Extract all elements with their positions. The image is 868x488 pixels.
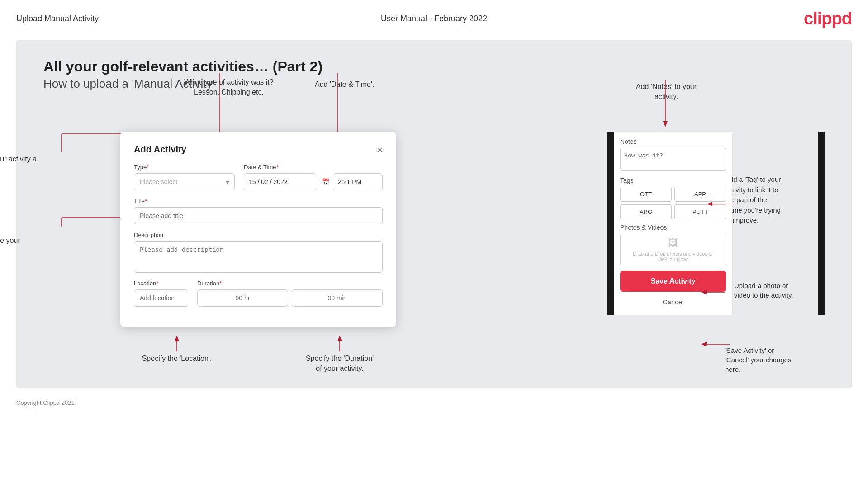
title-row: Title* [134,198,383,224]
cancel-button[interactable]: Cancel [620,295,726,308]
date-input[interactable] [244,173,316,190]
duration-callout: Specify the 'Duration'of your activity. [306,354,374,374]
datetime-callout: Add 'Date & Time'. [315,80,375,90]
copyright: Copyright Clippd 2021 [16,399,75,406]
photos-label: Photos & Videos [620,224,726,231]
duration-field: Duration* [197,280,383,307]
duration-hr-input[interactable] [197,289,288,307]
location-up-arrow [170,336,184,354]
location-field: Location* [134,280,188,307]
duration-min-input[interactable] [292,289,383,307]
save-activity-button[interactable]: Save Activity [620,271,726,292]
manual-title: User Manual - February 2022 [381,14,487,24]
description-label: Description [134,232,383,238]
footer: Copyright Clippd 2021 [0,396,868,410]
type-select-wrapper[interactable]: Please select ▾ [134,173,235,190]
title-label: Title* [134,198,383,204]
tag-arg[interactable]: ARG [620,204,672,219]
datetime-field: Date & Time* 📅 [244,164,383,190]
svg-marker-15 [663,121,668,127]
save-callout: 'Save Activity' or'Cancel' your changesh… [725,346,829,374]
bottom-annotations: Specify the 'Location'. Specify the 'Dur… [123,336,607,374]
phone-right-bar [818,132,825,315]
desc-callout: Describe youractivity. [0,236,52,256]
duration-annotation-group: Specify the 'Duration'of your activity. [281,336,398,374]
location-input[interactable] [134,289,188,307]
svg-marker-11 [175,336,179,341]
description-textarea[interactable] [134,241,383,273]
type-field: Type* Please select ▾ [134,164,235,190]
page-label: Upload Manual Activity [16,14,99,24]
type-label: Type* [134,164,235,171]
modal-close-button[interactable]: × [377,145,383,154]
tags-grid: OTT APP ARG PUTT [620,187,726,219]
date-time-row: 📅 [244,173,383,190]
title-field: Title* [134,198,383,224]
content-layout: What type of activity was it?Lesson, Chi… [43,104,825,374]
time-input[interactable] [333,173,383,190]
calendar-icon: 📅 [322,178,329,185]
datetime-label: Date & Time* [244,164,383,171]
duration-label: Duration* [197,280,383,287]
location-annotation-group: Specify the 'Location'. [132,336,222,374]
description-field: Description [134,232,383,273]
notes-textarea[interactable] [620,148,726,171]
phone-mock-container: Notes Tags OTT APP ARG PUTT Photos & Vid… [607,132,825,315]
phone-left-bar [607,132,614,315]
notes-callout: Add 'Notes' to youractivity. [621,82,711,102]
tags-label: Tags [620,177,726,184]
notes-label: Notes [620,138,726,145]
header-divider [16,32,852,32]
location-duration-row: Location* Duration* [134,280,383,307]
tag-ott[interactable]: OTT [620,187,672,202]
add-activity-modal: Add Activity × Type* Please select ▾ [120,132,396,327]
right-panel: Add 'Notes' to youractivity. Add a 'Tag'… [607,104,825,374]
description-row: Description [134,232,383,273]
svg-marker-21 [701,342,707,346]
modal-title: Add Activity [134,144,186,155]
phone-inner: Notes Tags OTT APP ARG PUTT Photos & Vid… [614,132,732,315]
photos-dropzone[interactable]: 🖼 Drag and Drop photos and videos orclic… [620,234,726,265]
top-bar: Upload Manual Activity User Manual - Feb… [0,0,868,32]
tag-app[interactable]: APP [674,187,726,202]
tag-putt[interactable]: PUTT [674,204,726,219]
main-content: All your golf-relevant activities… (Part… [16,40,852,388]
location-callout: Specify the 'Location'. [142,354,212,364]
duration-inputs [197,289,383,307]
clippd-logo: clippd [804,9,852,28]
page-title: All your golf-relevant activities… (Part… [43,58,825,75]
duration-up-arrow [333,336,346,354]
location-label: Location* [134,280,188,287]
photo-icon: 🖼 [668,237,678,249]
svg-marker-13 [337,336,342,341]
type-datetime-row: Type* Please select ▾ Date & Time* 📅 [134,164,383,190]
type-callout: What type of activity was it?Lesson, Chi… [184,77,274,98]
dropzone-text: Drag and Drop photos and videos orclick … [633,251,713,262]
type-select[interactable]: Please select [134,173,235,190]
modal-header: Add Activity × [134,144,383,155]
title-input[interactable] [134,207,383,224]
title-callout: Give your activity a'Title'. [0,154,57,175]
